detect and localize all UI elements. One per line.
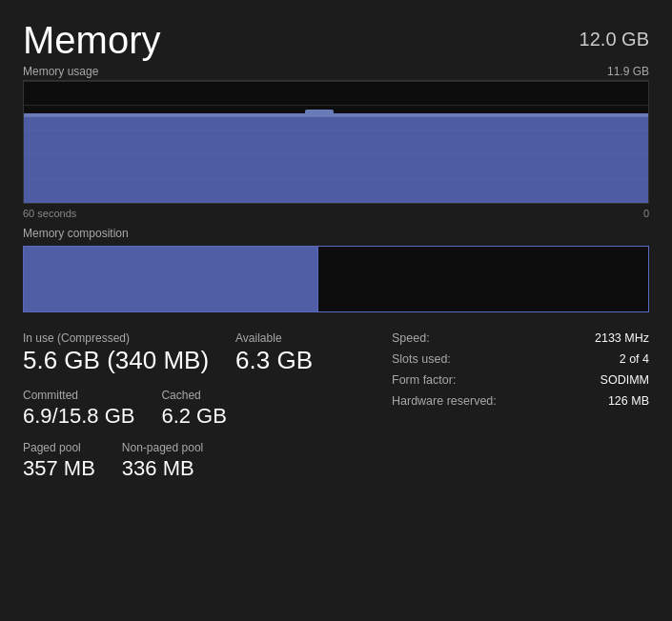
grid-line-1: [24, 81, 648, 82]
in-use-value: 5.6 GB (340 MB): [23, 347, 209, 375]
memory-chart: [23, 80, 649, 204]
stats-right: Speed: 2133 MHz Slots used: 2 of 4 Form …: [382, 331, 649, 480]
committed-value: 6.9/15.8 GB: [23, 404, 134, 428]
stat-group-3: Paged pool 357 MB Non-paged pool 336 MB: [23, 441, 382, 480]
stat-group-2: Committed 6.9/15.8 GB Cached 6.2 GB: [23, 389, 382, 428]
memory-panel: Memory 12.0 GB Memory usage 11.9 GB 60 s…: [0, 0, 672, 621]
grid-line-2: [24, 105, 648, 106]
stat-committed: Committed 6.9/15.8 GB: [23, 389, 134, 428]
stats-left: In use (Compressed) 5.6 GB (340 MB) Avai…: [23, 331, 382, 480]
paged-value: 357 MB: [23, 456, 95, 480]
available-label: Available: [235, 331, 313, 345]
form-value: SODIMM: [601, 373, 649, 387]
cached-label: Cached: [161, 389, 226, 402]
hw-reserved-label: Hardware reserved:: [392, 394, 497, 408]
detail-hw-reserved: Hardware reserved: 126 MB: [392, 394, 649, 408]
composition-label: Memory composition: [23, 227, 649, 240]
detail-form: Form factor: SODIMM: [392, 373, 649, 387]
stats-section: In use (Compressed) 5.6 GB (340 MB) Avai…: [23, 331, 649, 480]
header-row: Memory 12.0 GB: [23, 19, 649, 61]
speed-value: 2133 MHz: [595, 331, 649, 345]
comp-available: [317, 247, 648, 311]
slots-value: 2 of 4: [620, 352, 649, 366]
detail-slots: Slots used: 2 of 4: [392, 352, 649, 366]
stat-paged: Paged pool 357 MB: [23, 441, 95, 480]
speed-label: Speed:: [392, 331, 430, 345]
composition-bar: [23, 246, 649, 312]
chart-fill: [24, 115, 648, 203]
detail-speed: Speed: 2133 MHz: [392, 331, 649, 345]
committed-label: Committed: [23, 389, 134, 402]
stat-group-1: In use (Compressed) 5.6 GB (340 MB) Avai…: [23, 331, 382, 375]
hw-reserved-value: 126 MB: [608, 394, 649, 408]
total-memory: 12.0 GB: [580, 29, 649, 50]
chart-time-end: 0: [643, 208, 649, 219]
stat-nonpaged: Non-paged pool 336 MB: [122, 441, 203, 480]
chart-bump: [305, 110, 334, 117]
usage-label-row: Memory usage 11.9 GB: [23, 65, 649, 78]
slots-label: Slots used:: [392, 352, 451, 366]
chart-time-start: 60 seconds: [23, 208, 76, 219]
stat-in-use: In use (Compressed) 5.6 GB (340 MB): [23, 331, 209, 375]
available-value: 6.3 GB: [235, 347, 313, 375]
usage-value: 11.9 GB: [607, 65, 649, 78]
nonpaged-value: 336 MB: [122, 456, 203, 480]
chart-time-labels: 60 seconds 0: [23, 208, 649, 219]
paged-label: Paged pool: [23, 441, 95, 454]
stat-available: Available 6.3 GB: [235, 331, 313, 375]
cached-value: 6.2 GB: [161, 404, 226, 428]
usage-label: Memory usage: [23, 65, 98, 78]
in-use-label: In use (Compressed): [23, 331, 209, 345]
comp-used: [24, 247, 317, 311]
page-title: Memory: [23, 19, 160, 61]
nonpaged-label: Non-paged pool: [122, 441, 203, 454]
form-label: Form factor:: [392, 373, 456, 387]
stat-cached: Cached 6.2 GB: [161, 389, 226, 428]
